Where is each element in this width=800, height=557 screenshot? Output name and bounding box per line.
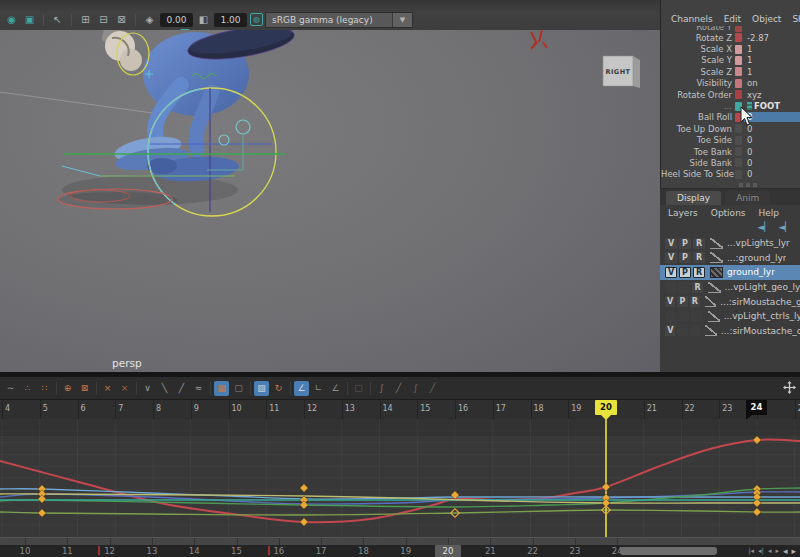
layout-copy-icon[interactable]: ⊞ bbox=[78, 12, 93, 27]
post-infinity-icon[interactable]: ∠ bbox=[328, 381, 343, 396]
spline-tangents-icon[interactable]: ∨ bbox=[140, 381, 155, 396]
layer-type-icon[interactable] bbox=[708, 311, 720, 322]
insert-keys-icon[interactable]: ∴ bbox=[20, 381, 35, 396]
tab-anim[interactable]: Anim bbox=[725, 191, 770, 205]
channel-value[interactable]: 0 bbox=[744, 135, 800, 145]
keyframe[interactable] bbox=[38, 509, 46, 517]
channel-menu-object[interactable]: Object bbox=[752, 14, 781, 24]
channel-row[interactable]: Visibilityon bbox=[661, 78, 800, 89]
layer-name[interactable]: ...:sirMoustache_geo bbox=[720, 297, 800, 307]
channel-value[interactable]: 1 bbox=[744, 67, 800, 77]
layer-name[interactable]: ...vpLights_lyr bbox=[727, 238, 790, 248]
channel-row[interactable]: Ball Roll0 bbox=[661, 112, 800, 123]
layer-toggle-r[interactable]: R bbox=[690, 296, 700, 307]
graph-time-axis[interactable]: 45678910111213141516171819212223252024 bbox=[0, 400, 800, 419]
view-transform-dropdown[interactable]: sRGB gamma (legacy) ▼ bbox=[265, 12, 413, 28]
layer-name[interactable]: ...vpLight_geo_lyr bbox=[725, 282, 800, 292]
layer-row[interactable]: ...vpLight_ctrls_lyr bbox=[660, 309, 800, 324]
layer-row[interactable]: V...:sirMoustache_ctrl bbox=[660, 324, 800, 339]
buffer-snapshot-icon[interactable]: ▦ bbox=[214, 381, 229, 396]
layer-name[interactable]: ...vpLight_ctrls_lyr bbox=[724, 311, 800, 321]
end-frame-marker[interactable]: 24 bbox=[746, 400, 767, 415]
unify-tangents-icon[interactable]: ↻ bbox=[271, 381, 286, 396]
layer-row[interactable]: VPRground_lyr bbox=[660, 265, 800, 280]
tab-display[interactable]: Display bbox=[666, 191, 721, 205]
channel-row[interactable]: Toe Bank0 bbox=[661, 146, 800, 157]
snap-value-icon[interactable]: × bbox=[117, 381, 132, 396]
layer-menu-options[interactable]: Options bbox=[711, 208, 746, 218]
curve-red[interactable] bbox=[0, 440, 800, 523]
channel-value[interactable]: on bbox=[744, 78, 800, 88]
channel-row[interactable]: Rotate Z-2.87 bbox=[661, 32, 800, 43]
layer-toggle-v[interactable] bbox=[665, 282, 676, 293]
view-axis-cube[interactable]: RIGHT bbox=[603, 56, 640, 88]
channel-row[interactable]: Scale Y1 bbox=[661, 55, 800, 66]
go-to-start-icon[interactable]: |◂ bbox=[748, 547, 754, 555]
layer-toggle-p[interactable] bbox=[677, 325, 687, 336]
step-forward-icon[interactable]: ▸ bbox=[775, 547, 779, 555]
current-frame-marker[interactable]: 20 bbox=[595, 400, 617, 415]
flat-tangents-icon[interactable]: ╱ bbox=[174, 381, 189, 396]
layer-type-icon[interactable] bbox=[705, 296, 716, 307]
channel-menu-channels[interactable]: Channels bbox=[671, 14, 713, 24]
contrast-icon[interactable]: ◧ bbox=[196, 12, 211, 27]
add-keys-icon[interactable]: ∷ bbox=[37, 381, 52, 396]
layer-row[interactable]: R...vpLight_geo_lyr bbox=[660, 280, 800, 295]
layer-type-icon[interactable] bbox=[705, 325, 716, 336]
pan-view-icon[interactable] bbox=[783, 381, 796, 394]
layer-toggle-p[interactable]: P bbox=[679, 252, 691, 263]
layer-type-icon[interactable] bbox=[710, 252, 723, 263]
channel-value[interactable]: xyz bbox=[744, 90, 800, 100]
layer-toggle-v[interactable]: V bbox=[665, 325, 675, 336]
play-back-icon[interactable]: ◂ bbox=[783, 546, 788, 556]
channel-row[interactable]: Rotate Y bbox=[661, 26, 800, 32]
curve-filter-icon[interactable]: ▢ bbox=[351, 381, 366, 396]
layer-type-icon[interactable] bbox=[710, 238, 723, 249]
channel-menu-edit[interactable]: Edit bbox=[724, 14, 741, 24]
buffer-swap-icon[interactable]: ▢ bbox=[231, 381, 246, 396]
exposure-icon[interactable]: ◈ bbox=[142, 12, 157, 27]
keyframe[interactable] bbox=[753, 508, 761, 516]
layer-toggle-v[interactable]: V bbox=[665, 296, 675, 307]
channel-row[interactable]: Rotate Orderxyz bbox=[661, 89, 800, 100]
channel-row[interactable]: Heel Side To Side0 bbox=[661, 169, 800, 180]
channel-value[interactable]: 1 bbox=[744, 55, 800, 65]
layer-type-icon[interactable] bbox=[708, 282, 720, 293]
channel-row[interactable]: Scale X1 bbox=[661, 43, 800, 54]
channel-section-row[interactable]: ...FOOT bbox=[661, 100, 800, 111]
layer-toggle-p[interactable] bbox=[678, 282, 689, 293]
layer-row[interactable]: VPR...vpLights_lyr bbox=[660, 236, 800, 251]
free-tangent-weight-icon[interactable]: ∠ bbox=[294, 381, 309, 396]
channel-value[interactable]: -2.87 bbox=[744, 33, 800, 43]
select-cursor-icon[interactable]: ↖ bbox=[50, 12, 65, 27]
layer-toggle-r[interactable]: R bbox=[693, 238, 705, 249]
play-forward-icon[interactable]: ▸ bbox=[791, 546, 796, 556]
step-back-key-icon[interactable]: ◂| bbox=[758, 547, 764, 555]
layer-name[interactable]: ...:ground_lyr bbox=[727, 253, 786, 263]
layer-toggle-v[interactable]: V bbox=[665, 267, 677, 278]
channel-row[interactable]: Toe Side0 bbox=[661, 135, 800, 146]
move-nearest-picker-icon[interactable]: ∼ bbox=[3, 381, 18, 396]
time-slider[interactable]: 101112131415161718192021222324|◂◂|◂▸◂▸ bbox=[0, 545, 800, 557]
layer-toggle-r[interactable] bbox=[690, 325, 700, 336]
layer-row[interactable]: VPR...:ground_lyr bbox=[660, 251, 800, 266]
graph-editor-canvas[interactable] bbox=[0, 419, 800, 537]
region-scale-keys-icon[interactable]: ⊠ bbox=[77, 381, 92, 396]
layer-menu-help[interactable]: Help bbox=[759, 208, 780, 218]
layer-toggle-v[interactable]: V bbox=[665, 238, 677, 249]
layout-paste-icon[interactable]: ⊟ bbox=[96, 12, 111, 27]
linear-tangents-icon[interactable]: ╲ bbox=[157, 381, 172, 396]
channel-row[interactable]: Scale Z1 bbox=[661, 66, 800, 77]
unghost-curve-icon[interactable]: ╱ bbox=[425, 381, 440, 396]
template-curve-icon[interactable]: ╱ bbox=[391, 381, 406, 396]
no-image-icon[interactable]: ⊠ bbox=[114, 12, 129, 27]
layer-toggle-v[interactable] bbox=[665, 311, 676, 322]
toe-pivot-circle[interactable] bbox=[236, 120, 250, 134]
layer-toggle-p[interactable]: P bbox=[677, 296, 687, 307]
break-tangents-icon[interactable]: ▧ bbox=[254, 381, 269, 396]
move-layer-down-icon[interactable]: ◄▏ bbox=[778, 222, 792, 232]
layer-toggle-r[interactable] bbox=[691, 311, 702, 322]
channel-value[interactable]: 0 bbox=[744, 158, 800, 168]
layer-toggle-r[interactable]: R bbox=[693, 267, 705, 278]
gamma-field[interactable]: 1.00 bbox=[214, 13, 247, 27]
